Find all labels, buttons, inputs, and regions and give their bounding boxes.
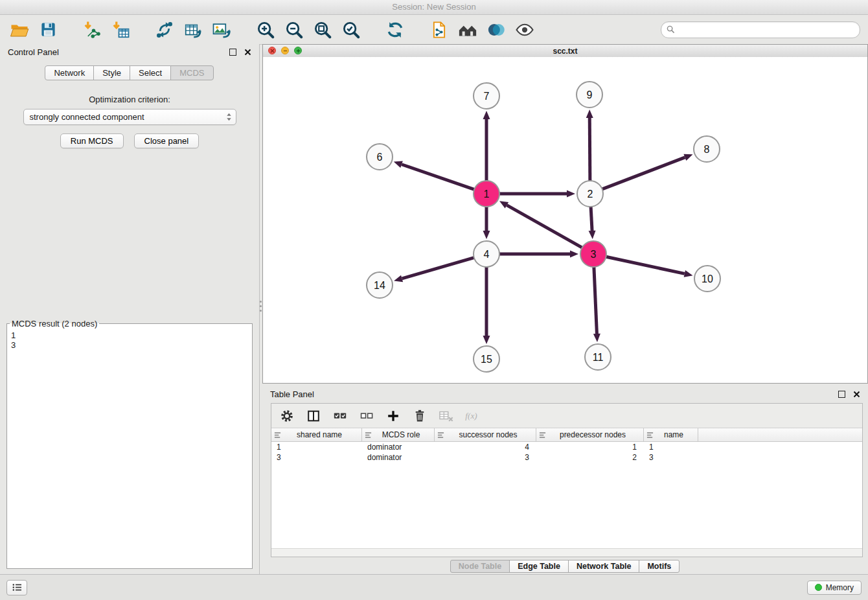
network-canvas: 1234678910111415 <box>263 57 867 383</box>
open-session-icon[interactable] <box>8 18 31 41</box>
zoom-window-icon[interactable] <box>294 47 302 54</box>
column-header-predecessor-nodes[interactable]: predecessor nodes <box>536 428 644 441</box>
window-controls <box>268 47 302 54</box>
table-cell: 3 <box>271 452 362 463</box>
network-node-4[interactable]: 4 <box>474 241 499 267</box>
tab-style[interactable]: Style <box>93 65 130 80</box>
svg-text:1: 1 <box>484 189 490 200</box>
float-panel-icon[interactable] <box>229 49 236 56</box>
styles-icon[interactable] <box>485 18 508 41</box>
import-table-icon[interactable] <box>109 18 132 41</box>
column-header-MCDS-role[interactable]: MCDS role <box>362 428 435 441</box>
column-header-label: MCDS role <box>372 430 434 439</box>
main-toolbar <box>0 15 868 45</box>
table-cell: 1 <box>536 442 644 452</box>
zoom-selected-icon[interactable] <box>339 18 363 41</box>
zoom-in-icon[interactable] <box>254 18 277 41</box>
tab-motifs[interactable]: Motifs <box>639 560 680 573</box>
fx-icon[interactable]: f(x) <box>464 407 482 425</box>
network-node-3[interactable]: 3 <box>580 241 606 267</box>
network-node-9[interactable]: 9 <box>577 82 602 108</box>
table-panel: Table Panel f(x) shared nameMCDS rolesuc… <box>262 386 868 574</box>
table-cell: dominator <box>362 452 435 463</box>
table-horizontal-scrollbar[interactable] <box>271 548 862 557</box>
network-edge-2-3[interactable] <box>591 207 592 231</box>
close-panel-icon[interactable] <box>244 49 251 56</box>
table-row[interactable]: 3dominator323 <box>271 452 862 463</box>
columns-icon[interactable] <box>304 407 323 425</box>
mcds-result-value: 3 <box>11 340 248 350</box>
import-network-table-icon[interactable] <box>181 18 205 41</box>
network-edge-2-8[interactable] <box>602 157 685 189</box>
column-header-name[interactable]: name <box>644 428 698 441</box>
tab-node-table[interactable]: Node Table <box>450 560 510 573</box>
close-table-panel-icon[interactable] <box>853 391 860 398</box>
network-edge-4-14[interactable] <box>402 258 474 279</box>
share-network-icon[interactable] <box>153 18 176 41</box>
import-network-icon[interactable] <box>80 18 104 41</box>
minimize-window-icon[interactable] <box>281 47 289 54</box>
delete-table-icon[interactable] <box>437 407 455 425</box>
network-node-10[interactable]: 10 <box>694 266 720 292</box>
trash-icon[interactable] <box>411 407 429 425</box>
network-node-1[interactable]: 1 <box>474 181 499 207</box>
search-input[interactable] <box>678 25 854 35</box>
tab-network[interactable]: Network <box>45 65 94 80</box>
close-panel-button[interactable]: Close panel <box>134 133 200 148</box>
network-node-2[interactable]: 2 <box>577 181 603 207</box>
network-node-8[interactable]: 8 <box>694 136 720 162</box>
memory-button[interactable]: Memory <box>807 581 862 595</box>
tab-select[interactable]: Select <box>130 65 171 80</box>
select-all-icon[interactable] <box>331 407 349 425</box>
network-edge-3-11[interactable] <box>594 267 597 334</box>
criterion-dropdown[interactable]: strongly connected component <box>23 109 236 125</box>
network-edge-3-1[interactable] <box>507 205 582 248</box>
tab-mcds[interactable]: MCDS <box>170 65 213 80</box>
task-history-button[interactable] <box>6 580 27 595</box>
vertical-splitter-handle[interactable] <box>260 301 262 303</box>
edge-arrowhead <box>593 334 600 342</box>
tab-edge-table[interactable]: Edge Table <box>509 560 569 573</box>
gear-icon[interactable] <box>278 407 296 425</box>
node-table-body: 1dominator4113dominator323 <box>271 442 862 463</box>
svg-text:3: 3 <box>591 249 597 260</box>
network-node-11[interactable]: 11 <box>585 344 611 370</box>
column-header-successor-nodes[interactable]: successor nodes <box>435 428 536 441</box>
column-header-shared-name[interactable]: shared name <box>271 428 362 441</box>
network-view[interactable]: 1234678910111415 <box>263 57 867 383</box>
apply-layout-icon[interactable] <box>383 18 407 41</box>
save-session-icon[interactable] <box>36 18 60 41</box>
search-box[interactable] <box>661 21 860 38</box>
network-window: scc.txt 1234678910111415 <box>262 44 868 384</box>
tab-network-table[interactable]: Network Table <box>568 560 640 573</box>
clear-selection-icon[interactable] <box>358 407 376 425</box>
add-icon[interactable] <box>384 407 402 425</box>
network-node-7[interactable]: 7 <box>474 83 499 109</box>
task-list-icon <box>12 583 23 592</box>
table-tabs: Node TableEdge TableNetwork TableMotifs <box>262 559 868 573</box>
close-window-icon[interactable] <box>268 47 276 54</box>
network-edge-2-9[interactable] <box>589 118 590 181</box>
toolbar-group-gap <box>412 29 422 30</box>
float-table-panel-icon[interactable] <box>838 391 845 398</box>
home-icon[interactable] <box>456 18 479 41</box>
zoom-out-icon[interactable] <box>282 18 306 41</box>
network-node-6[interactable]: 6 <box>367 144 393 170</box>
edge-arrowhead <box>483 111 490 119</box>
copy-network-icon[interactable] <box>428 18 451 41</box>
table-panel-title: Table Panel <box>270 389 314 399</box>
mcds-result-box: MCDS result (2 nodes) 13 <box>6 319 253 569</box>
network-edge-3-10[interactable] <box>606 257 685 273</box>
zoom-fit-icon[interactable] <box>311 18 334 41</box>
network-node-15[interactable]: 15 <box>474 346 499 372</box>
run-mcds-button[interactable]: Run MCDS <box>60 133 124 148</box>
edge-arrowhead <box>586 110 593 118</box>
edge-arrowhead <box>394 275 403 283</box>
network-window-titlebar: scc.txt <box>263 45 867 58</box>
network-node-14[interactable]: 14 <box>367 272 393 298</box>
table-row[interactable]: 1dominator411 <box>271 442 862 452</box>
show-graphics-icon[interactable] <box>513 18 536 41</box>
network-edge-1-6[interactable] <box>402 165 474 190</box>
export-image-icon[interactable] <box>210 18 233 41</box>
control-panel: Control Panel NetworkStyleSelectMCDS Opt… <box>0 44 260 574</box>
